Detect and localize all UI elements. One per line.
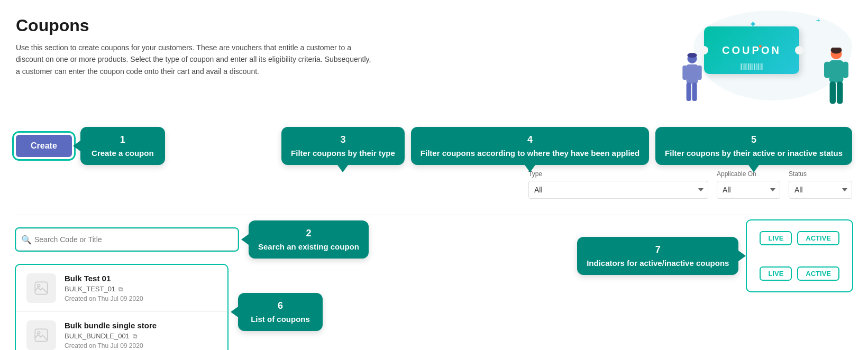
- tooltip-1-number: 1: [90, 133, 156, 146]
- barcode-line: [751, 63, 752, 70]
- page-title: Coupons: [16, 16, 376, 35]
- tooltip-6-label: List of coupons: [251, 315, 310, 324]
- coupon-date: Created on Thu Jul 09 2020: [65, 342, 217, 349]
- svg-rect-11: [830, 81, 836, 104]
- tooltip-3-number: 3: [291, 133, 395, 146]
- svg-rect-10: [843, 62, 849, 78]
- barcode-line: [741, 63, 742, 70]
- svg-rect-9: [824, 62, 830, 78]
- tooltip-filter-applicable: 4 Filter coupons according to where they…: [411, 127, 649, 165]
- coupon-info: Bulk Test 01 BULK_TEST_01 ⧉ Created on T…: [65, 274, 217, 302]
- copy-icon[interactable]: ⧉: [133, 333, 138, 340]
- barcode-line: [754, 63, 755, 70]
- coupon-illustration-text: COUPON: [722, 44, 781, 57]
- tooltip-1-label: Create a coupon: [92, 149, 154, 158]
- coupon-illustration: COUPON: [672, 16, 852, 111]
- tooltip-2-label: Search an existing coupon: [258, 242, 359, 251]
- tooltip-search: 2 Search an existing coupon: [249, 220, 369, 259]
- tooltip-4-number: 4: [421, 133, 639, 146]
- barcode-line: [743, 63, 744, 70]
- header-row: Coupons Use this section to create coupo…: [16, 16, 852, 111]
- status-filter-select[interactable]: All Active Inactive: [789, 181, 852, 199]
- badges-row-1: LIVE ACTIVE: [760, 231, 839, 245]
- barcode-line: [762, 63, 763, 70]
- tooltip-filter-status: 5 Filter coupons by their active or inac…: [655, 127, 852, 165]
- list-row: 🔍 2 Search an existing coupon: [16, 220, 852, 350]
- coupon-date: Created on Thu Jul 09 2020: [65, 295, 217, 302]
- coupon-code: BULK_BUNDLE_001: [65, 332, 130, 340]
- barcode-line: [753, 63, 753, 70]
- tooltip-7-number: 7: [587, 243, 729, 256]
- svg-rect-5: [692, 82, 697, 101]
- tooltip-7-label: Indicators for active/inactive coupons: [587, 259, 729, 268]
- svg-rect-12: [837, 81, 843, 104]
- barcode-line: [756, 63, 757, 70]
- barcode-line: [748, 63, 750, 70]
- coupon-thumbnail: [26, 273, 56, 303]
- perforation-left: [700, 46, 708, 54]
- svg-rect-1: [687, 65, 698, 84]
- star-decoration: +: [816, 16, 820, 24]
- filter-section: 3 Filter coupons by their type 4 Filter …: [281, 127, 852, 199]
- coupon-list: Bulk Test 01 BULK_TEST_01 ⧉ Created on T…: [16, 265, 227, 350]
- tooltip-5-label: Filter coupons by their active or inacti…: [665, 149, 843, 158]
- barcode-line: [760, 63, 761, 70]
- tooltip-3-label: Filter coupons by their type: [291, 149, 395, 158]
- search-input-wrapper: 🔍: [16, 228, 238, 251]
- divider: [16, 215, 852, 215]
- active-badge-1: ACTIVE: [797, 231, 839, 245]
- svg-point-17: [38, 331, 40, 334]
- controls-row: Create 1 Create a coupon 3 Filter coupon…: [16, 127, 852, 199]
- coupon-thumbnail: [26, 320, 56, 350]
- list-left: 🔍 2 Search an existing coupon: [16, 220, 369, 350]
- filter-bubbles-row: 3 Filter coupons by their type 4 Filter …: [281, 127, 852, 165]
- barcode: [741, 63, 763, 70]
- tooltip-filter-type: 3 Filter coupons by their type: [281, 127, 405, 165]
- coupon-list-section: Bulk Test 01 BULK_TEST_01 ⧉ Created on T…: [16, 265, 369, 350]
- applicable-filter-select[interactable]: All Order Product Category: [717, 181, 780, 199]
- filter-controls: Type All Fixed Percentage Free Shipping …: [528, 170, 852, 199]
- type-filter-label: Type: [528, 170, 708, 178]
- person-right-icon: [820, 48, 852, 108]
- badges-row-2: LIVE ACTIVE: [760, 266, 839, 281]
- live-badge-2: LIVE: [760, 266, 792, 281]
- svg-rect-4: [687, 82, 691, 101]
- coupon-item[interactable]: Bulk Test 01 BULK_TEST_01 ⧉ Created on T…: [16, 265, 227, 312]
- type-filter-select[interactable]: All Fixed Percentage Free Shipping: [528, 181, 708, 199]
- svg-rect-3: [697, 66, 702, 80]
- copy-icon[interactable]: ⧉: [118, 285, 123, 293]
- person-left-icon: [678, 53, 707, 106]
- coupon-code-row: BULK_BUNDLE_001 ⧉: [65, 332, 217, 340]
- star-decoration: ✦: [749, 19, 757, 30]
- tooltip-6-number: 6: [248, 299, 313, 312]
- star-decoration: ●: [759, 42, 762, 50]
- coupon-info: Bulk bundle single store BULK_BUNDLE_001…: [65, 321, 217, 349]
- tooltip-2-number: 2: [258, 227, 359, 240]
- coupon-name: Bulk bundle single store: [65, 321, 217, 330]
- tooltip-indicators: 7 Indicators for active/inactive coupons: [577, 237, 738, 275]
- coupon-item[interactable]: Bulk bundle single store BULK_BUNDLE_001…: [16, 312, 227, 350]
- coupon-name: Bulk Test 01: [65, 274, 217, 283]
- perforation-right: [795, 46, 803, 54]
- tooltip-4-label: Filter coupons according to where they h…: [421, 149, 639, 158]
- list-right: 7 Indicators for active/inactive coupons…: [577, 220, 852, 291]
- create-button[interactable]: Create: [16, 135, 72, 157]
- svg-point-6: [687, 53, 697, 58]
- svg-rect-8: [829, 60, 844, 82]
- search-row: 🔍 2 Search an existing coupon: [16, 220, 369, 259]
- coupon-code-row: BULK_TEST_01 ⧉: [65, 285, 217, 293]
- tooltip-list: 6 List of coupons: [238, 293, 323, 331]
- barcode-line: [758, 63, 759, 70]
- search-icon: 🔍: [21, 235, 32, 245]
- live-badge-1: LIVE: [760, 231, 792, 245]
- page-container: Coupons Use this section to create coupo…: [0, 0, 868, 350]
- tooltip-5-number: 5: [665, 133, 843, 146]
- image-icon: [34, 328, 49, 343]
- page-description: Use this section to create coupons for y…: [16, 42, 376, 77]
- coupon-code: BULK_TEST_01: [65, 285, 115, 293]
- search-input[interactable]: [16, 228, 238, 251]
- status-badges-panel: LIVE ACTIVE LIVE ACTIVE: [747, 220, 852, 291]
- applicable-filter-group: Applicable On All Order Product Category: [717, 170, 780, 199]
- main-content: Coupons Use this section to create coupo…: [16, 16, 852, 350]
- header-left: Coupons Use this section to create coupo…: [16, 16, 376, 77]
